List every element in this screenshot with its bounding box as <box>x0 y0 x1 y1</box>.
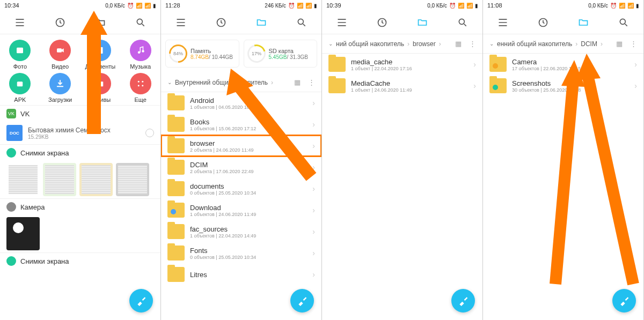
folder-tab-icon[interactable] <box>578 17 589 28</box>
pane-browser: 10:39 0,0 КБ/с ⏰ 📶 📶 ▮ ⌄ ний общий накоп… <box>322 0 483 320</box>
file-row[interactable]: DOC Бытовая химия Семья.docx 15.29KB <box>0 122 160 144</box>
section-screenshots2[interactable]: Снимки экрана <box>0 252 160 269</box>
chevron-right-icon: › <box>312 163 315 172</box>
fab-clean[interactable] <box>451 289 475 312</box>
folder-row[interactable]: Fonts 0 объектов | 25.05.2020 10:34 › <box>161 242 321 264</box>
cat-more[interactable]: Еще <box>120 73 160 103</box>
select-circle[interactable] <box>145 129 154 137</box>
menu-icon[interactable] <box>14 17 25 28</box>
cat-apk[interactable]: APK <box>0 73 40 103</box>
folder-row[interactable]: MediaCache 1 объект | 24.06.2020 11:49 › <box>322 75 482 96</box>
cat-downloads[interactable]: Загрузки <box>40 73 80 103</box>
menu-icon[interactable] <box>175 17 186 28</box>
fab-clean[interactable] <box>129 289 153 312</box>
folder-meta: 2 объекта | 17.06.2020 22:49 <box>190 169 253 174</box>
more-icon[interactable]: ⋮ <box>308 78 315 86</box>
folder-row[interactable]: Screenshots 30 объектов | 25.06.2020 10:… <box>483 75 643 96</box>
storage-sd[interactable]: 17% SD карта 5.45GB/ 31.3GB <box>244 40 318 68</box>
folder-name: media_cache <box>351 58 412 66</box>
view-grid-icon[interactable]: ▦ <box>455 40 462 48</box>
folder-icon <box>167 224 185 239</box>
chevron-right-icon: › <box>312 249 315 257</box>
folder-row[interactable]: media_cache 1 объект | 22.04.2020 17:16 … <box>322 54 482 75</box>
folder-row[interactable]: Camera 17 объектов | 22.06.2020 19:15 › <box>483 54 643 75</box>
section-vk[interactable]: VK VK <box>0 105 160 122</box>
battery-icon: ▮ <box>475 3 478 9</box>
search-icon[interactable] <box>457 17 468 28</box>
storage-internal[interactable]: 84% Память 8.74GB/ 10.44GB <box>165 40 239 68</box>
thumb[interactable] <box>79 163 113 196</box>
more-icon[interactable]: ⋮ <box>469 40 476 48</box>
folder-icon <box>167 203 185 218</box>
folder-icon <box>489 78 507 93</box>
chevron-right-icon: › <box>473 81 476 90</box>
signal-icon: 📶 <box>619 3 625 9</box>
alarm-icon: ⏰ <box>288 3 295 9</box>
cat-archives[interactable]: Архивы <box>80 73 121 103</box>
section-camera[interactable]: Камера <box>0 198 160 215</box>
folder-row[interactable]: browser 2 объекта | 24.06.2020 11:49 › <box>161 135 321 157</box>
thumb[interactable] <box>43 163 76 196</box>
thumb[interactable] <box>116 163 149 196</box>
storage-used: 8.74GB <box>191 54 209 60</box>
folder-tab-icon[interactable] <box>95 17 106 28</box>
breadcrumb[interactable]: ⌄ енний общий накопитель › DCIM › ▦ ⋮ <box>483 34 643 54</box>
recent-icon[interactable] <box>55 17 65 28</box>
thumb[interactable] <box>6 163 40 196</box>
folder-meta: 2 объекта | 24.06.2020 11:49 <box>190 147 253 153</box>
camera-thumb[interactable] <box>6 217 40 250</box>
breadcrumb-label: Внутренний общий накопитель <box>175 79 268 86</box>
cat-video[interactable]: Видео <box>40 40 80 70</box>
recent-icon[interactable] <box>216 17 226 28</box>
breadcrumb[interactable]: ⌄ ний общий накопитель › browser › ▦ ⋮ <box>322 34 482 54</box>
view-grid-icon[interactable]: ▦ <box>616 40 623 48</box>
chevron-right-icon: › <box>312 206 315 214</box>
search-icon[interactable] <box>135 17 146 28</box>
view-grid-icon[interactable]: ▦ <box>294 78 301 86</box>
dot-icon <box>6 256 16 266</box>
chevron-right-icon: › <box>271 79 273 86</box>
folder-list: Android 1 объектов | 04.05.2020 10:07 › … <box>161 92 321 285</box>
folder-tab-icon[interactable] <box>256 17 267 28</box>
folder-row[interactable]: documents 0 объектов | 25.05.2020 10:34 … <box>161 178 321 199</box>
folder-row[interactable]: DCIM 2 объекта | 17.06.2020 22:49 › <box>161 157 321 178</box>
recent-icon[interactable] <box>538 17 548 28</box>
toolbar <box>483 11 643 34</box>
search-icon[interactable] <box>296 17 307 28</box>
section-screenshots[interactable]: Снимки экрана <box>0 144 160 161</box>
chevron-right-icon: › <box>312 99 315 107</box>
wifi-icon: 📶 <box>627 3 634 9</box>
pane-dcim: 11:08 0,0 КБ/с ⏰ 📶 📶 ▮ ⌄ енний общий нак… <box>483 0 644 320</box>
status-bar: 10:39 0,0 КБ/с ⏰ 📶 📶 ▮ <box>322 0 482 11</box>
menu-icon[interactable] <box>497 17 508 28</box>
recent-icon[interactable] <box>377 17 387 28</box>
folder-row[interactable]: Books 1 объектов | 15.06.2020 17:12 › <box>161 114 321 135</box>
file-size: 15.29KB <box>28 134 111 140</box>
folder-row[interactable]: Litres › <box>161 264 321 285</box>
folder-name: Download <box>190 204 256 212</box>
screenshot-thumbs <box>0 161 160 198</box>
search-icon[interactable] <box>618 17 629 28</box>
folder-tab-icon[interactable] <box>417 17 428 28</box>
fab-clean[interactable] <box>612 289 636 312</box>
menu-icon[interactable] <box>336 17 347 28</box>
cat-music[interactable]: Музыка <box>120 40 160 70</box>
folder-row[interactable]: Android 1 объектов | 04.05.2020 10:07 › <box>161 92 321 114</box>
ring-icon: 17% <box>244 41 268 66</box>
folder-row[interactable]: fac_sources 1 объектов | 22.04.2020 14:4… <box>161 221 321 242</box>
breadcrumb[interactable]: ⌄ Внутренний общий накопитель › ▦ ⋮ <box>161 73 321 92</box>
folder-row[interactable]: Download 1 объектов | 24.06.2020 11:49 › <box>161 199 321 221</box>
folder-name: DCIM <box>190 161 253 169</box>
folder-icon <box>167 138 185 153</box>
more-icon[interactable]: ⋮ <box>630 40 637 48</box>
fab-clean[interactable] <box>290 289 314 312</box>
cat-photo[interactable]: Фото <box>0 40 40 70</box>
chevron-right-icon: › <box>312 270 315 279</box>
folder-meta: 1 объект | 24.06.2020 11:49 <box>351 87 412 93</box>
cat-label: Музыка <box>130 63 151 70</box>
cat-docs[interactable]: Документы <box>80 40 121 70</box>
cat-label: Архивы <box>90 96 111 103</box>
alarm-icon: ⏰ <box>449 3 456 9</box>
folder-list: Camera 17 объектов | 22.06.2020 19:15 › … <box>483 54 643 96</box>
battery-icon: ▮ <box>153 3 156 9</box>
